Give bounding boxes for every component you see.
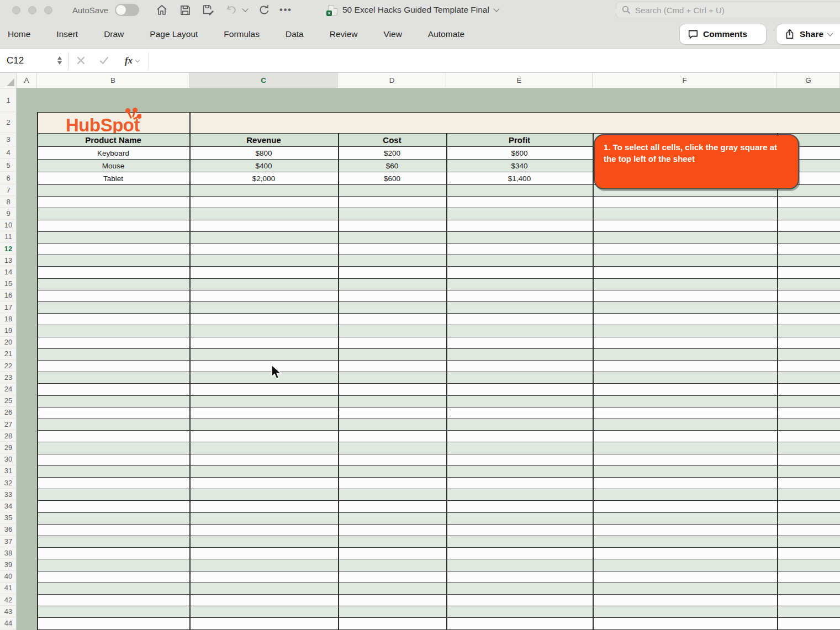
row-header-43[interactable]: 43 (0, 606, 17, 617)
column-header-g[interactable]: G (777, 73, 840, 88)
table-header-cell[interactable]: Product Name (37, 134, 189, 146)
column-header-f[interactable]: F (593, 73, 777, 88)
grid-row-20[interactable] (37, 337, 840, 348)
table-cell[interactable]: Mouse (37, 160, 189, 172)
table-cell[interactable]: $600 (446, 147, 593, 159)
row-header-25[interactable]: 25 (0, 395, 17, 407)
grid-row-22[interactable] (37, 360, 840, 372)
row-header-44[interactable]: 44 (0, 617, 17, 629)
grid-row-39[interactable] (37, 559, 840, 570)
comments-button[interactable]: Comments (680, 24, 766, 44)
row-header-20[interactable]: 20 (0, 337, 17, 348)
grid-row-44[interactable] (37, 617, 840, 629)
grid-row-8[interactable] (37, 196, 840, 208)
grid-row-32[interactable] (37, 477, 840, 489)
row-header-15[interactable]: 15 (0, 278, 17, 290)
insert-function-button[interactable]: fx (115, 55, 149, 66)
column-header-d[interactable]: D (338, 73, 446, 88)
table-cell[interactable]: $800 (189, 147, 338, 159)
row-header-24[interactable]: 24 (0, 383, 17, 395)
row-header-35[interactable]: 35 (0, 512, 17, 524)
row-header-23[interactable]: 23 (0, 372, 17, 383)
grid-row-30[interactable] (37, 454, 840, 465)
confirm-icon[interactable] (92, 56, 115, 65)
tab-view[interactable]: View (384, 29, 402, 39)
table-cell[interactable]: $600 (338, 172, 446, 184)
tab-formulas[interactable]: Formulas (224, 29, 260, 39)
grid-row-16[interactable] (37, 290, 840, 301)
minimize-window-icon[interactable] (28, 6, 36, 14)
row-header-2[interactable]: 2 (0, 112, 17, 133)
grid-row-2[interactable]: HubSpot (37, 112, 840, 133)
row-header-39[interactable]: 39 (0, 559, 17, 570)
row-header-37[interactable]: 37 (0, 536, 17, 547)
row-header-14[interactable]: 14 (0, 266, 17, 278)
table-cell[interactable]: $60 (338, 160, 446, 172)
row-header-22[interactable]: 22 (0, 360, 17, 372)
table-cell[interactable]: $400 (189, 160, 338, 172)
home-icon[interactable] (155, 3, 169, 17)
table-cell[interactable]: $340 (446, 160, 593, 172)
tab-page-layout[interactable]: Page Layout (150, 29, 198, 39)
row-header-31[interactable]: 31 (0, 465, 17, 477)
grid-row-42[interactable] (37, 594, 840, 606)
row-header-9[interactable]: 9 (0, 208, 17, 219)
grid-row-19[interactable] (37, 325, 840, 336)
table-cell[interactable]: $1,400 (446, 172, 593, 184)
grid-row-1[interactable] (37, 88, 840, 112)
grid-row-40[interactable] (37, 571, 840, 583)
row-header-6[interactable]: 6 (0, 172, 17, 184)
share-button[interactable]: Share (776, 24, 840, 44)
tab-home[interactable]: Home (8, 29, 30, 39)
row-header-38[interactable]: 38 (0, 547, 17, 559)
row-header-34[interactable]: 34 (0, 500, 17, 512)
row-header-36[interactable]: 36 (0, 524, 17, 536)
grid-row-9[interactable] (37, 208, 840, 219)
row-header-12[interactable]: 12 (0, 243, 17, 255)
zoom-window-icon[interactable] (44, 6, 52, 14)
grid-row-38[interactable] (37, 547, 840, 559)
cancel-icon[interactable] (69, 56, 92, 65)
row-header-27[interactable]: 27 (0, 419, 17, 430)
search-input[interactable] (635, 6, 812, 15)
undo-icon[interactable] (224, 3, 239, 17)
row-header-42[interactable]: 42 (0, 594, 17, 606)
column-a-band[interactable] (17, 88, 37, 630)
grid-row-34[interactable] (37, 500, 840, 512)
save-as-icon[interactable] (201, 3, 215, 17)
grid-row-43[interactable] (37, 606, 840, 617)
column-header-e[interactable]: E (446, 73, 593, 88)
grid-row-29[interactable] (37, 442, 840, 453)
column-header-b[interactable]: B (37, 73, 189, 88)
row-header-13[interactable]: 13 (0, 255, 17, 266)
autosave-toggle[interactable] (115, 4, 139, 16)
grid-row-11[interactable] (37, 231, 840, 243)
grid-row-33[interactable] (37, 489, 840, 500)
row-header-7[interactable]: 7 (0, 184, 17, 196)
grid-row-35[interactable] (37, 512, 840, 524)
grid-row-12[interactable] (37, 243, 840, 255)
grid-row-26[interactable] (37, 407, 840, 419)
close-window-icon[interactable] (12, 6, 20, 14)
formula-input[interactable] (149, 49, 840, 72)
instruction-callout[interactable]: 1. To select all cells, click the gray s… (594, 134, 799, 189)
column-header-c[interactable]: C (189, 73, 338, 88)
table-cell[interactable]: $2,000 (189, 172, 338, 184)
select-all-icon[interactable] (0, 73, 17, 88)
row-header-33[interactable]: 33 (0, 489, 17, 500)
row-header-30[interactable]: 30 (0, 454, 17, 465)
grid-row-21[interactable] (37, 348, 840, 360)
row-header-11[interactable]: 11 (0, 231, 17, 243)
grid-row-17[interactable] (37, 301, 840, 313)
row-header-21[interactable]: 21 (0, 348, 17, 360)
undo-chevron-down-icon[interactable] (242, 6, 248, 12)
grid-row-31[interactable] (37, 465, 840, 477)
name-box-stepper[interactable] (55, 54, 64, 68)
grid-row-10[interactable] (37, 220, 840, 231)
column-header-a[interactable]: A (17, 73, 37, 88)
row-header-29[interactable]: 29 (0, 442, 17, 453)
row-header-26[interactable]: 26 (0, 407, 17, 419)
name-box[interactable]: C12 (0, 55, 55, 66)
tab-draw[interactable]: Draw (104, 29, 124, 39)
grid-row-36[interactable] (37, 524, 840, 536)
